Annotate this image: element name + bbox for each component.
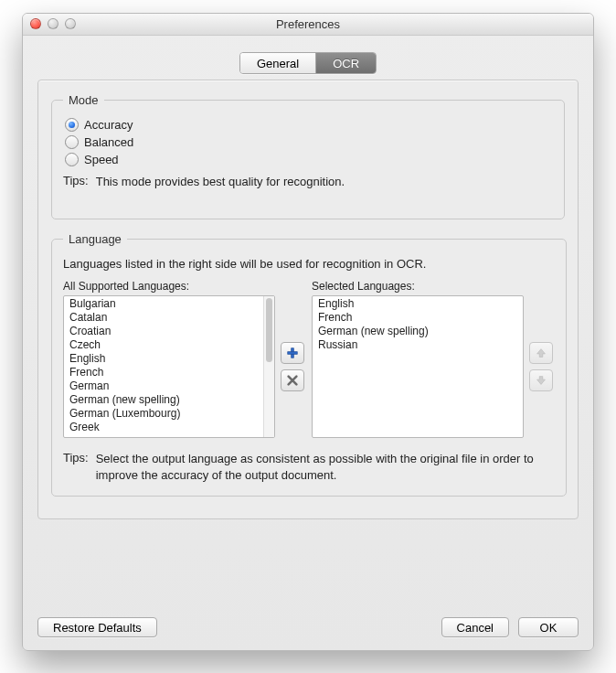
ocr-panel: Mode Accuracy Balanced Speed Tips: This … [37, 80, 579, 519]
move-down-button[interactable] [529, 369, 553, 391]
dialog-footer: Restore Defaults Cancel OK [37, 617, 579, 637]
x-icon [286, 374, 299, 387]
mode-radio-speed[interactable]: Speed [65, 153, 553, 166]
list-item[interactable]: Greek [64, 421, 263, 434]
zoom-icon[interactable] [65, 18, 76, 29]
selected-languages-label: Selected Languages: [312, 280, 524, 293]
language-tips: Tips: Select the output language as cons… [63, 451, 555, 483]
list-item[interactable]: German [64, 379, 263, 393]
list-item[interactable]: Russian [313, 338, 523, 352]
window-body: General OCR Mode Accuracy Balanced Speed [23, 36, 593, 532]
mode-group: Mode Accuracy Balanced Speed Tips: This … [51, 93, 565, 219]
move-up-button[interactable] [529, 342, 553, 364]
selected-languages-column: Selected Languages: English French Germa… [312, 280, 524, 438]
transfer-buttons [281, 280, 306, 438]
preferences-window: Preferences General OCR Mode Accuracy Ba… [22, 13, 594, 651]
all-languages-label: All Supported Languages: [63, 280, 275, 293]
tab-ocr[interactable]: OCR [316, 53, 376, 73]
mode-legend: Mode [63, 93, 104, 107]
plus-icon [286, 347, 299, 359]
list-item[interactable]: Croatian [64, 325, 263, 338]
language-group: Language Languages listed in the right s… [51, 232, 567, 497]
mode-radio-label: Accuracy [84, 118, 133, 132]
list-item[interactable]: Catalan [64, 311, 263, 325]
tips-label: Tips: [63, 451, 89, 483]
minimize-icon[interactable] [48, 18, 58, 29]
all-languages-column: All Supported Languages: Bulgarian Catal… [63, 280, 275, 438]
radio-icon [65, 153, 79, 166]
window-title: Preferences [276, 17, 340, 31]
reorder-buttons [529, 280, 555, 438]
cancel-button[interactable]: Cancel [441, 617, 509, 637]
list-item[interactable]: English [64, 352, 263, 366]
close-icon[interactable] [30, 18, 41, 29]
selected-languages-list[interactable]: English French German (new spelling) Rus… [312, 295, 524, 438]
list-item[interactable]: French [313, 311, 523, 325]
scrollbar-thumb[interactable] [266, 298, 272, 362]
mode-tips: Tips: This mode provides best quality fo… [63, 174, 553, 190]
mode-radio-accuracy[interactable]: Accuracy [65, 118, 553, 132]
add-language-button[interactable] [281, 342, 304, 364]
list-item[interactable]: German (new spelling) [64, 393, 263, 407]
language-description: Languages listed in the right side will … [63, 257, 555, 271]
list-item[interactable]: German (Luxembourg) [64, 407, 263, 421]
radio-icon [65, 118, 79, 132]
mode-radio-balanced[interactable]: Balanced [65, 135, 553, 149]
language-legend: Language [63, 232, 127, 246]
tab-bar: General OCR [37, 52, 579, 74]
all-languages-list[interactable]: Bulgarian Catalan Croatian Czech English… [63, 295, 275, 438]
list-item[interactable]: English [313, 297, 523, 311]
list-item[interactable]: French [64, 366, 263, 379]
scrollbar[interactable] [263, 296, 274, 437]
ok-button[interactable]: OK [518, 617, 579, 637]
arrow-down-icon [535, 374, 547, 387]
titlebar: Preferences [23, 14, 593, 36]
tips-text: This mode provides best quality for reco… [96, 174, 345, 190]
mode-radio-label: Speed [84, 153, 119, 166]
mode-radio-label: Balanced [84, 135, 133, 149]
list-item[interactable]: German (new spelling) [313, 325, 523, 338]
list-item[interactable]: Bulgarian [64, 297, 263, 311]
traffic-lights [30, 18, 76, 29]
radio-icon [65, 135, 79, 149]
remove-language-button[interactable] [281, 369, 304, 391]
tips-label: Tips: [63, 174, 89, 190]
svg-rect-1 [288, 351, 298, 354]
tips-text: Select the output language as consistent… [96, 451, 555, 483]
tab-general[interactable]: General [240, 53, 316, 73]
restore-defaults-button[interactable]: Restore Defaults [37, 617, 157, 637]
arrow-up-icon [535, 347, 547, 359]
list-item[interactable]: Czech [64, 338, 263, 352]
